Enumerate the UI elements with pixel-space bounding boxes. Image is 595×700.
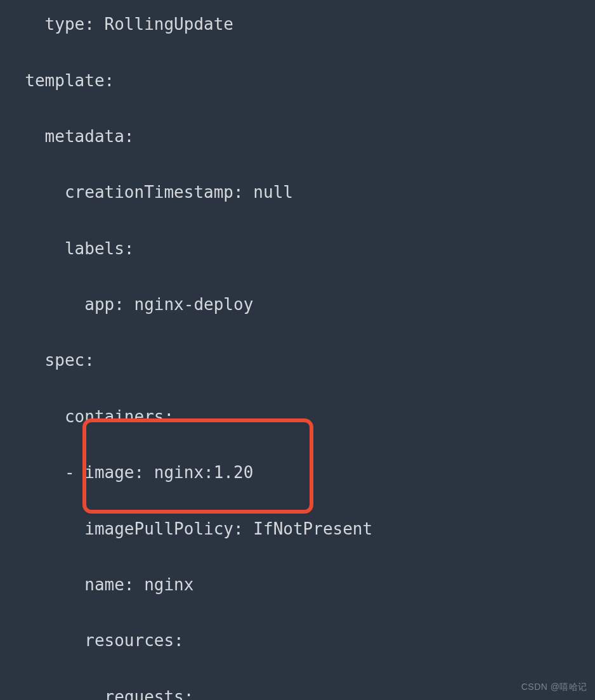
code-line: creationTimestamp: null <box>0 178 595 206</box>
watermark-label: CSDN @嘻哈记 <box>521 680 587 695</box>
code-line: name: nginx <box>0 571 595 599</box>
code-line: spec: <box>0 346 595 374</box>
code-line: - image: nginx:1.20 <box>0 458 595 486</box>
code-line: template: <box>0 67 595 94</box>
code-line: requests: <box>0 683 595 700</box>
code-line: type: RollingUpdate <box>0 10 595 38</box>
code-line: containers: <box>0 403 595 431</box>
yaml-code-block[interactable]: type: RollingUpdate template: metadata: … <box>0 0 595 700</box>
code-line: resources: <box>0 626 595 654</box>
code-line: labels: <box>0 235 595 262</box>
code-line: metadata: <box>0 122 595 150</box>
code-line: imagePullPolicy: IfNotPresent <box>0 515 595 543</box>
code-line: app: nginx-deploy <box>0 290 595 318</box>
